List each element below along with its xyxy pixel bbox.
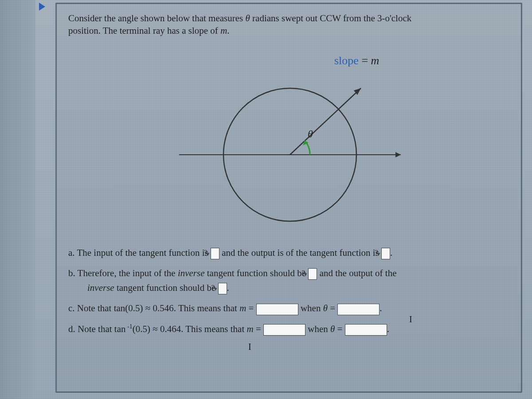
dropdown-a2[interactable]: ?▾ xyxy=(381,248,390,259)
marker-a: a. xyxy=(68,247,75,258)
prompt-text: Consider the angle shown below that meas… xyxy=(68,12,509,37)
page-background-left xyxy=(0,0,35,399)
qc-t2: . This means that xyxy=(174,303,239,313)
prompt-post: radians swept out CCW from the 3-o'clock xyxy=(250,13,411,23)
qb-t3: and the output of the xyxy=(317,268,396,278)
m-symbol: m xyxy=(220,25,227,36)
qd-t1: Note that xyxy=(75,324,114,334)
dropdown-a1[interactable]: ?▾ xyxy=(211,248,219,259)
textbox-c-m[interactable] xyxy=(256,304,298,315)
textbox-d-m[interactable] xyxy=(263,324,305,336)
qc-when: when xyxy=(298,303,323,313)
qd-eq1: = xyxy=(254,324,263,334)
qd-theta: θ xyxy=(330,324,335,334)
qb-inverse2: inverse xyxy=(87,282,114,293)
marker-b: b. xyxy=(68,268,75,278)
textbox-c-theta[interactable] xyxy=(337,304,379,315)
qc-m: m xyxy=(239,303,246,313)
dropdown-b2[interactable]: ?▾ xyxy=(218,283,227,294)
play-icon[interactable] xyxy=(39,3,45,11)
qa-t2: and the output is of the tangent functio… xyxy=(219,247,381,258)
qd-m: m xyxy=(247,324,254,334)
textbox-d-theta[interactable] xyxy=(345,324,387,336)
question-b: b. Therefore, the input of the inverse t… xyxy=(68,266,509,295)
qb-end: . xyxy=(227,282,229,293)
qc-end: . xyxy=(379,303,382,313)
qd-when: when xyxy=(305,324,330,334)
qb-inverse1: inverse xyxy=(178,268,205,278)
qd-t2: . This means that xyxy=(181,324,246,334)
diagram-container: slope = m θ xyxy=(68,42,509,246)
prompt-pre: Consider the angle shown below that meas… xyxy=(68,13,246,23)
qc-eq1: = xyxy=(246,303,256,313)
unit-circle-diagram xyxy=(166,64,414,246)
qb-t4: tangent function should be xyxy=(114,282,218,293)
qc-eq2: = xyxy=(328,303,337,313)
theta-label: θ xyxy=(308,128,313,140)
prompt-line2-post: . xyxy=(227,25,229,36)
qc-t1: Note that xyxy=(75,303,114,313)
qd-eq2: = xyxy=(335,324,344,334)
theta-symbol: θ xyxy=(246,13,250,23)
qb-t1: Therefore, the input of the xyxy=(75,268,178,278)
qd-exp: -1 xyxy=(125,323,132,330)
marker-c: c. xyxy=(68,303,75,313)
question-list: a. The input of the tangent function is … xyxy=(68,246,509,336)
qc-theta: θ xyxy=(323,303,328,313)
dropdown-b1[interactable]: ?▾ xyxy=(308,268,317,280)
qd-end: . xyxy=(387,324,389,334)
qa-t1: The input of the tangent function is xyxy=(75,247,211,258)
qa-end: . xyxy=(390,247,392,258)
marker-d: d. xyxy=(68,324,75,334)
cursor-icon: I xyxy=(248,342,251,352)
prompt-line2-pre: position. The terminal ray has a slope o… xyxy=(68,25,220,36)
x-axis-arrow xyxy=(395,152,401,157)
qd-tan: tan xyxy=(114,324,126,334)
question-d: d. Note that tan -1(0.5) ≈ 0.464. This m… xyxy=(68,322,509,336)
question-c: c. Note that tan(0.5) ≈ 0.546. This mean… xyxy=(68,301,509,316)
qb-t2: tangent function should be xyxy=(205,268,309,278)
question-a: a. The input of the tangent function is … xyxy=(68,246,509,260)
qd-rest: (0.5) ≈ 0.464 xyxy=(133,324,181,334)
qc-math: tan(0.5) ≈ 0.546 xyxy=(114,303,174,313)
question-panel: Consider the angle shown below that meas… xyxy=(55,3,522,393)
